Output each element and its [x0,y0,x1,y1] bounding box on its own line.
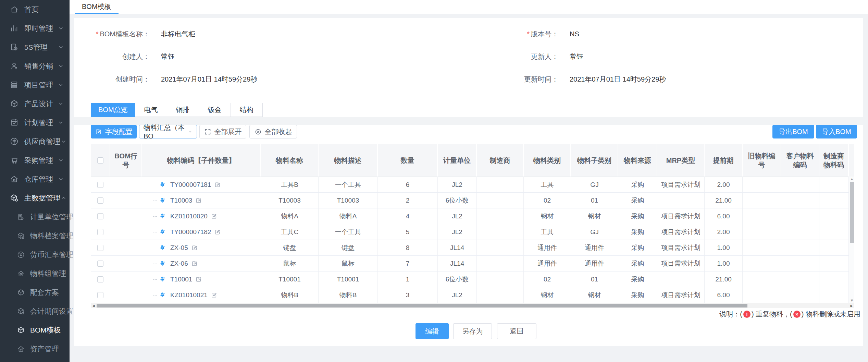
chevron-down-icon [58,176,64,182]
product-design-icon [10,99,19,108]
row-checkbox[interactable] [97,292,103,298]
edit-icon[interactable] [211,213,218,220]
row-checkbox[interactable] [97,197,103,204]
view-tab-2[interactable]: 铜排 [167,103,199,117]
save-as-button[interactable]: 另存为 [453,323,492,339]
chevron-up-icon [60,195,67,201]
cell-value: 02 [544,276,551,283]
cell-unit: JL2 [438,224,477,240]
field-label: *BOM模板名称： [74,29,150,39]
field-update-time: 更新时间： 2021年07月01日 14时59分29秒 [469,73,863,85]
cell-category: 02 [524,193,571,208]
column-header-label: 制造商 [490,156,510,165]
horizontal-scroll-thumb[interactable] [97,304,747,307]
chevron-down-icon [58,119,64,126]
cell-manufacturer [477,193,524,208]
edit-icon[interactable] [191,244,198,251]
page-tab-bom-template[interactable]: BOM模板 [75,0,119,14]
export-bom-button[interactable]: 导出BOM [772,125,814,138]
edit-button[interactable]: 编辑 [416,323,449,339]
cell-old_code [743,256,781,271]
material-code-link[interactable]: KZ01010020 [170,213,208,220]
material-code-link[interactable]: ZX-05 [170,244,188,252]
cell-desc: 一个工具 [319,224,378,240]
cell-checkbox [91,287,110,303]
edit-icon[interactable] [195,197,202,204]
scroll-down-arrow-icon[interactable]: ▼ [849,298,855,303]
collapse-icon [255,128,262,135]
column-header-label: 物料来源 [624,156,651,165]
column-header-desc: 物料描述 [319,144,378,177]
collapse-all-button[interactable]: 全部收起 [249,125,297,138]
sidebar-item-label: BOM模板 [30,325,61,335]
edit-icon[interactable] [195,276,202,283]
select-all-checkbox[interactable] [97,157,103,164]
field-config-button[interactable]: 字段配置 [91,125,137,138]
sidebar-item-asset[interactable]: 资产管理 [0,339,70,358]
row-checkbox[interactable] [97,229,103,235]
cell-manufacturer_code [819,272,849,287]
vertical-scroll-thumb[interactable] [850,182,854,243]
horizontal-scrollbar[interactable]: ◄ ► [91,303,854,308]
column-header-label: 计量单位 [443,156,471,165]
cell-value: T10003 [337,197,359,204]
row-checkbox[interactable] [97,182,103,188]
cell-mrp [657,272,705,287]
view-tab-3[interactable]: 钣金 [199,103,231,117]
cell-value: 键盘 [342,243,355,252]
sidebar-item-project[interactable]: 项目管理 [0,75,70,94]
sidebar-item-bom-template[interactable]: BOM模板 [0,321,70,339]
sidebar-item-product-design[interactable]: 产品设计 [0,94,70,113]
sidebar-item-realtime[interactable]: 即时管理 [0,19,70,38]
scroll-right-arrow-icon[interactable]: ► [849,303,854,308]
cell-value: 2.00 [717,228,730,236]
sidebar-item-sales[interactable]: 销售分销 [0,57,70,75]
sidebar-item-material-group[interactable]: 物料组管理 [0,264,70,283]
edit-icon[interactable] [214,229,221,236]
import-bom-button[interactable]: 导入BOM [816,125,857,138]
sidebar-item-home[interactable]: 首页 [0,0,70,19]
cell-lead_time: 6.00 [705,287,743,303]
back-button[interactable]: 返回 [497,323,536,339]
sidebar-item-supplier[interactable]: 供应商管理 [0,132,70,151]
sidebar-item-doc-clock[interactable]: 5S管理 [0,38,70,57]
sidebar-item-label: 即时管理 [24,24,53,33]
view-tab-1[interactable]: 电气 [135,103,167,117]
material-code-link[interactable]: T10003 [170,197,192,204]
cell-subcategory: GJ [571,224,618,240]
sidebar-item-label: 计划管理 [24,118,53,128]
edit-icon[interactable] [211,292,218,299]
material-code-link[interactable]: TY000007181 [170,181,211,189]
material-summary-dropdown[interactable]: 物料汇总（本BO [139,125,197,138]
sidebar-item-warehouse[interactable]: 仓库管理 [0,170,70,189]
scroll-up-arrow-icon[interactable]: ▲ [849,177,855,181]
vertical-scrollbar[interactable]: ▲ ▼ [849,177,854,303]
sidebar-item-uom[interactable]: 计量单位管理 [0,207,70,226]
cell-code: TY000007181 [142,177,261,192]
sidebar-item-material-archive[interactable]: 物料档案管理 [0,226,70,245]
row-checkbox[interactable] [97,261,103,267]
material-code-link[interactable]: T10001 [170,276,192,283]
sidebar-item-master-data[interactable]: 主数据管理 [0,189,70,207]
sidebar-item-purchase[interactable]: 采购管理 [0,151,70,170]
edit-square-icon [95,128,102,135]
cell-value: 采购 [631,275,644,284]
material-code-link[interactable]: TY000007182 [170,228,211,236]
view-tab-4[interactable]: 结构 [231,103,263,117]
edit-icon[interactable] [214,181,221,188]
sidebar-item-plan[interactable]: 计划管理 [0,113,70,132]
edit-icon[interactable] [191,260,198,267]
material-code-link[interactable]: ZX-06 [170,260,188,267]
row-checkbox[interactable] [97,276,103,282]
sidebar-item-currency[interactable]: 货币汇率管理 [0,245,70,264]
material-node-icon [160,228,167,236]
sidebar-item-kit[interactable]: 配套方案 [0,283,70,302]
expand-all-button[interactable]: 全部展开 [199,125,246,138]
cell-value: 一个工具 [335,228,361,237]
row-checkbox[interactable] [97,245,103,251]
view-tab-0[interactable]: BOM总览 [91,103,135,117]
scroll-left-arrow-icon[interactable]: ◄ [91,303,96,308]
sidebar-item-accounting-period[interactable]: 会计期间设置 [0,302,70,321]
material-code-link[interactable]: KZ01010021 [170,291,208,299]
row-checkbox[interactable] [97,213,103,219]
